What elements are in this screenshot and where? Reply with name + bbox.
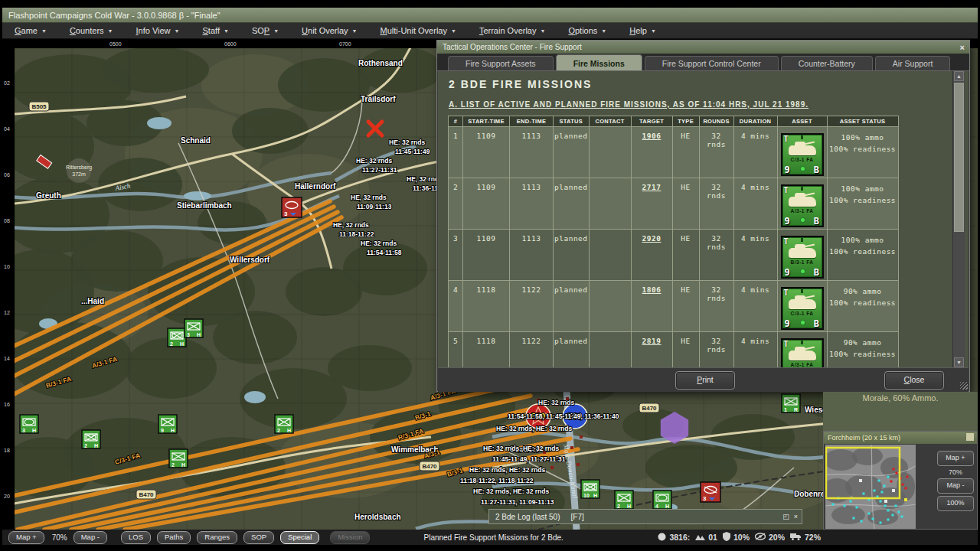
target-link[interactable]: 2920: [642, 234, 662, 243]
asset-unit-counter[interactable]: TA/3-1 FA9B: [781, 338, 824, 367]
dialog-title-bar[interactable]: Tactical Operations Center - Fire Suppor…: [437, 41, 969, 54]
asset-cell: TC/3-1 FA9B: [777, 281, 827, 332]
collapse-icon[interactable]: [966, 433, 974, 441]
dialog-scrollbar[interactable]: ▲ ▼: [952, 71, 965, 367]
mission-cell: planned: [554, 178, 590, 230]
tab-counter-battery[interactable]: Counter-Battery: [781, 56, 873, 70]
col-header-end-time: END-TIME: [510, 116, 554, 127]
close-icon[interactable]: ×: [960, 41, 965, 54]
svg-text:Rittersberg: Rittersberg: [66, 165, 92, 171]
mission-cell: [589, 281, 631, 332]
menu-item-staff[interactable]: Staff▼: [203, 26, 229, 35]
mission-cell: HE: [672, 178, 699, 230]
svg-text:3: 3: [284, 210, 288, 217]
svg-text:11:27-11:31: 11:27-11:31: [362, 166, 397, 174]
tab-fire-missions[interactable]: Fire Missions: [556, 54, 642, 70]
mission-cell: 1122: [510, 332, 554, 368]
menu-item-game[interactable]: Game▼: [15, 26, 47, 35]
log-hotkey: [F7]: [571, 513, 584, 521]
indicator-shield: 10%: [723, 532, 750, 543]
map-button[interactable]: Map -: [74, 531, 107, 544]
target-link[interactable]: 2819: [642, 337, 662, 345]
counter-corner-label: T: [784, 237, 789, 246]
target-link[interactable]: 2717: [642, 183, 662, 191]
indicator-truck: 72%: [790, 533, 821, 542]
svg-text:HE: 32 rnds, HE: 32 rnds: HE: 32 rnds, HE: 32 rnds: [473, 487, 549, 495]
sop-button[interactable]: SOP: [243, 531, 274, 544]
mission-cell: 1113: [510, 178, 554, 230]
counter-quality: B: [814, 165, 820, 175]
close-button[interactable]: Close: [884, 371, 944, 390]
svg-text:Trailsdorf: Trailsdorf: [361, 95, 396, 103]
paths-button[interactable]: Paths: [157, 531, 191, 544]
print-button[interactable]: Print: [675, 371, 735, 390]
menu-item-multi-unit-overlay[interactable]: Multi-Unit Overlay▼: [381, 26, 456, 35]
indicator-value: 3816:: [669, 533, 690, 542]
counter-quality: B: [814, 216, 820, 227]
asset-unit-counter[interactable]: TC/3-1 FA9B: [781, 287, 824, 330]
svg-text:...Haid: ...Haid: [81, 297, 104, 305]
asset-status-cell: 100% ammo100% readiness: [827, 178, 898, 230]
svg-text:H: H: [171, 428, 175, 433]
close-log-icon[interactable]: ×: [794, 513, 798, 520]
svg-text:H: H: [665, 504, 669, 509]
tab-air-support[interactable]: Air Support: [875, 56, 951, 70]
minimap-title: Forchheim (20 x 15 km): [828, 434, 900, 442]
svg-text:3: 3: [703, 495, 707, 502]
minimap-title-bar[interactable]: Forchheim (20 x 15 km): [824, 432, 977, 444]
ranges-button[interactable]: Ranges: [197, 531, 237, 544]
asset-unit-counter[interactable]: TA/3-1 FA9B: [781, 184, 824, 227]
scrollbar-thumb[interactable]: [954, 83, 964, 232]
minimap-buttons: Map +70%Map -100%: [937, 448, 974, 514]
target-link[interactable]: 1806: [642, 285, 662, 294]
indicator-value: 01: [708, 533, 717, 542]
special-button[interactable]: Special: [280, 531, 319, 544]
menu-item-terrain-overlay[interactable]: Terrain Overlay▼: [479, 26, 546, 35]
svg-text:0600: 0600: [224, 41, 237, 47]
asset-cell: TA/3-1 FA9B: [777, 178, 827, 230]
minimap-map-button[interactable]: Map -: [937, 478, 974, 494]
svg-text:HE, 32 rnds: HE, 32 rnds: [333, 221, 369, 229]
minimap-view[interactable]: [825, 445, 916, 529]
counter-strength: 9: [785, 318, 791, 329]
counter-strength: 9: [785, 267, 791, 278]
tab-fire-support-assets[interactable]: Fire Support Assets: [448, 56, 554, 70]
window-title-bar[interactable]: Flashpoint Campaigns Cold War - 3.0.0.98…: [2, 8, 978, 23]
menu-item-info-view[interactable]: Info View▼: [136, 26, 180, 35]
mission-cell: 4 mins: [733, 178, 777, 230]
menu-item-sop[interactable]: SOP▼: [252, 26, 279, 35]
scroll-up-icon[interactable]: ▲: [954, 71, 964, 81]
asset-unit-counter[interactable]: TC/3-1 FA9B: [781, 133, 824, 176]
svg-text:11:09-11:13: 11:09-11:13: [357, 203, 392, 210]
counter-strength: 9: [785, 216, 791, 227]
los-button[interactable]: LOS: [121, 531, 151, 544]
asset-name: C/3-1 FA: [782, 311, 822, 316]
minimap-map-button[interactable]: Map +: [937, 451, 974, 466]
map-button[interactable]: Map +: [8, 531, 44, 544]
mission-cell: 32 rnds: [699, 332, 733, 368]
minimap-100-button[interactable]: 100%: [937, 496, 974, 511]
menu-item-counters[interactable]: Counters▼: [70, 26, 113, 35]
svg-text:11:27-11:31, 11:09-11:13: 11:27-11:31, 11:09-11:13: [481, 498, 554, 506]
svg-text:3: 3: [22, 428, 25, 433]
bde-log-bar[interactable]: 2 Bde Log (last 50) [F7] ◰ ×: [488, 509, 802, 524]
menu-item-help[interactable]: Help▼: [629, 26, 656, 35]
mission-cell: 32 rnds: [699, 281, 733, 332]
mission-cell: 4: [449, 281, 463, 332]
mission-cell: 32 rnds: [699, 127, 733, 178]
scroll-down-icon[interactable]: ▼: [954, 357, 964, 367]
menu-item-options[interactable]: Options▼: [568, 26, 606, 35]
mission-cell: planned: [554, 332, 590, 368]
missions-heading: 2 BDE FIRE MISSIONS: [449, 78, 592, 90]
menu-item-unit-overlay[interactable]: Unit Overlay▼: [302, 26, 357, 35]
asset-status-cell: 90% ammo100% readiness: [827, 281, 898, 332]
mission-cell: 4 mins: [733, 332, 777, 368]
tab-fire-support-control-center[interactable]: Fire Support Control Center: [645, 56, 779, 70]
svg-text:20: 20: [4, 494, 10, 499]
asset-unit-counter[interactable]: TB/3-1 FA9B: [781, 236, 824, 279]
target-link[interactable]: 1906: [642, 132, 662, 140]
svg-text:0500: 0500: [109, 41, 122, 47]
mountain-icon: [695, 533, 705, 542]
resize-grip[interactable]: [960, 382, 968, 390]
restore-icon[interactable]: ◰: [782, 513, 789, 520]
